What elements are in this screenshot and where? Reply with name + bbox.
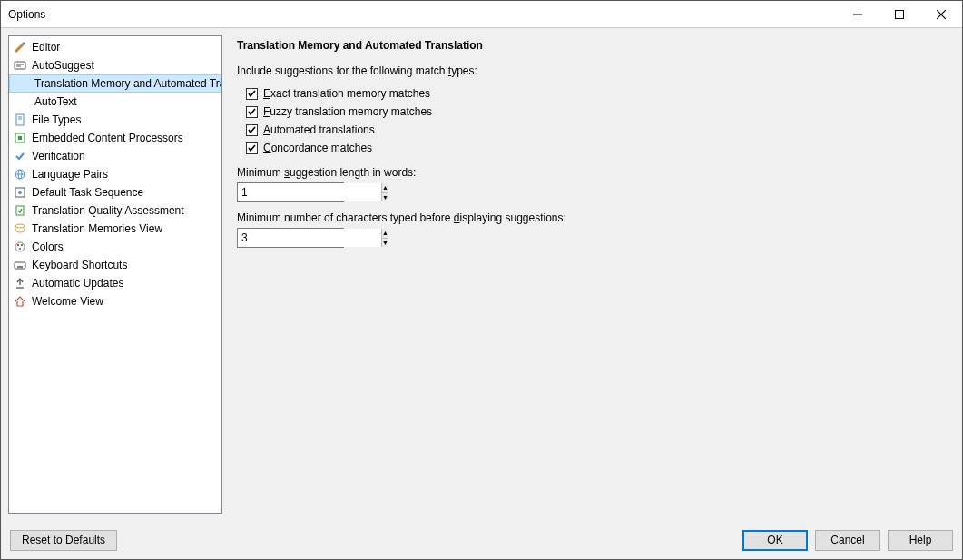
- check-fuzzy-matches[interactable]: Fuzzy translation memory matches: [237, 103, 951, 121]
- svg-line-4: [15, 44, 23, 52]
- check-label: Exact translation memory matches: [263, 87, 430, 100]
- tree-label: Language Pairs: [32, 168, 108, 181]
- checkbox-icon[interactable]: [246, 106, 258, 118]
- settings-panel: Translation Memory and Automated Transla…: [230, 35, 955, 514]
- maximize-button[interactable]: [879, 1, 920, 27]
- min-length-input[interactable]: [238, 183, 381, 201]
- keyboard-icon: [13, 258, 27, 272]
- min-chars-spinner[interactable]: ▲ ▼: [237, 228, 344, 248]
- update-icon: [13, 276, 27, 290]
- tree-label: Welcome View: [32, 295, 103, 308]
- check-exact-matches[interactable]: Exact translation memory matches: [237, 84, 951, 103]
- check-label: Concordance matches: [263, 142, 372, 154]
- minimize-button[interactable]: [837, 1, 879, 27]
- home-icon: [13, 294, 27, 309]
- dialog-body: Editor AutoSuggest Translation Memory an…: [1, 28, 962, 521]
- svg-point-21: [15, 242, 25, 251]
- tree-label: Colors: [32, 241, 64, 253]
- tree-item-colors[interactable]: Colors: [9, 238, 221, 256]
- spin-down-icon[interactable]: ▼: [382, 193, 388, 202]
- embed-icon: [13, 131, 27, 145]
- min-length-spinner[interactable]: ▲ ▼: [237, 182, 344, 202]
- svg-rect-9: [16, 114, 24, 125]
- globe-icon: [13, 167, 27, 182]
- tree-item-editor[interactable]: Editor: [9, 38, 221, 56]
- svg-rect-1: [896, 10, 904, 18]
- check-automated-translations[interactable]: Automated translations: [237, 121, 951, 139]
- suggest-icon: [13, 58, 27, 73]
- svg-point-24: [19, 248, 21, 250]
- tree-item-autosuggest[interactable]: AutoSuggest: [9, 56, 221, 74]
- tree-item-filetypes[interactable]: File Types: [9, 111, 221, 129]
- check-concordance-matches[interactable]: Concordance matches: [237, 139, 951, 157]
- svg-line-5: [23, 43, 25, 44]
- svg-rect-19: [16, 206, 24, 215]
- panel-title: Translation Memory and Automated Transla…: [237, 39, 951, 52]
- tree-label: Editor: [32, 41, 60, 54]
- tree-label: AutoSuggest: [32, 59, 94, 72]
- checkbox-icon[interactable]: [246, 88, 258, 100]
- tree-label: AutoText: [34, 95, 77, 108]
- tree-item-keyboard[interactable]: Keyboard Shortcuts: [9, 256, 221, 274]
- tree-item-tqa[interactable]: Translation Quality Assessment: [9, 201, 221, 220]
- tree-item-welcome[interactable]: Welcome View: [9, 292, 221, 310]
- window-controls: [837, 1, 962, 27]
- tree-item-task-sequence[interactable]: Default Task Sequence: [9, 183, 221, 201]
- tree-label: Verification: [32, 150, 85, 162]
- tree-label: Embedded Content Processors: [32, 132, 183, 144]
- tree-label: File Types: [32, 113, 81, 126]
- cancel-button[interactable]: Cancel: [815, 530, 880, 551]
- tree-label: Translation Memory and Automated Trans: [34, 77, 221, 90]
- verify-icon: [13, 149, 27, 163]
- checkbox-icon[interactable]: [246, 124, 258, 136]
- dialog-footer: Reset to Defaults OK Cancel Help: [1, 521, 962, 559]
- reset-defaults-button[interactable]: Reset to Defaults: [10, 530, 117, 551]
- svg-rect-6: [15, 62, 25, 69]
- spin-up-icon[interactable]: ▲: [382, 229, 388, 239]
- pencil-icon: [13, 40, 27, 54]
- svg-point-18: [18, 191, 22, 194]
- tree-label: Keyboard Shortcuts: [32, 259, 127, 271]
- tree-item-tm-automated[interactable]: Translation Memory and Automated Trans: [9, 74, 221, 93]
- quality-icon: [13, 203, 27, 218]
- include-types-label: Include suggestions for the following ma…: [237, 64, 951, 77]
- svg-rect-13: [18, 136, 22, 140]
- tree-item-updates[interactable]: Automatic Updates: [9, 274, 221, 292]
- help-button[interactable]: Help: [888, 530, 953, 551]
- spin-down-icon[interactable]: ▼: [382, 239, 388, 248]
- close-button[interactable]: [920, 1, 962, 27]
- titlebar: Options: [1, 1, 962, 28]
- colors-icon: [13, 240, 27, 254]
- check-label: Automated translations: [263, 123, 375, 136]
- tree-item-verification[interactable]: Verification: [9, 147, 221, 165]
- svg-point-20: [15, 224, 25, 228]
- spin-up-icon[interactable]: ▲: [382, 183, 388, 193]
- tree-label: Translation Quality Assessment: [32, 204, 184, 217]
- tm-icon: [13, 221, 27, 236]
- checkbox-icon[interactable]: [246, 142, 258, 154]
- check-label: Fuzzy translation memory matches: [263, 105, 432, 118]
- window-title: Options: [8, 8, 837, 21]
- tree-item-language-pairs[interactable]: Language Pairs: [9, 165, 221, 183]
- svg-point-23: [21, 244, 23, 246]
- tree-label: Default Task Sequence: [32, 186, 143, 199]
- min-length-label: Minimum suggestion length in words:: [237, 166, 951, 179]
- options-window: Options Editor AutoSuggest: [0, 0, 963, 560]
- min-chars-input[interactable]: [238, 229, 381, 247]
- svg-point-22: [17, 244, 19, 246]
- min-chars-label: Minimum number of characters typed befor…: [237, 211, 951, 224]
- tree-item-tm-view[interactable]: Translation Memories View: [9, 220, 221, 238]
- tree-item-embedded[interactable]: Embedded Content Processors: [9, 129, 221, 147]
- task-icon: [13, 185, 27, 200]
- file-icon: [13, 113, 27, 127]
- ok-button[interactable]: OK: [742, 530, 808, 551]
- tree-item-autotext[interactable]: AutoText: [9, 93, 221, 111]
- tree-label: Translation Memories View: [32, 222, 162, 235]
- svg-rect-25: [15, 262, 25, 269]
- category-tree[interactable]: Editor AutoSuggest Translation Memory an…: [8, 35, 222, 514]
- tree-label: Automatic Updates: [32, 277, 123, 290]
